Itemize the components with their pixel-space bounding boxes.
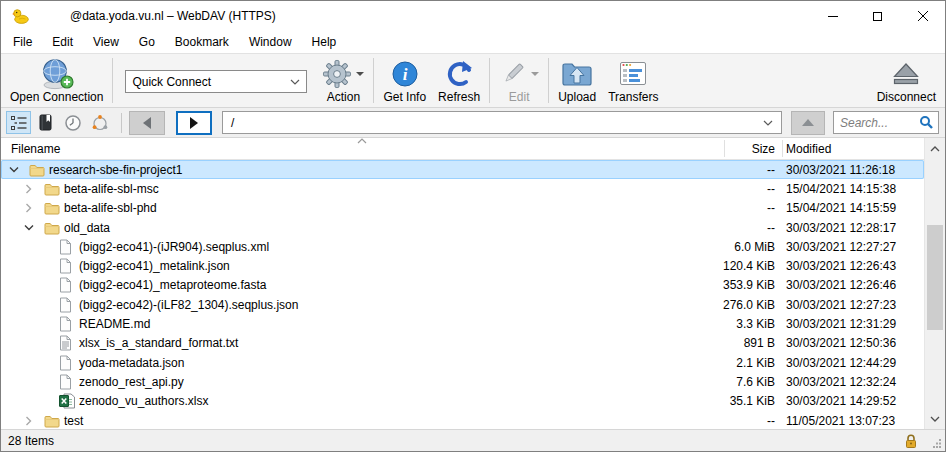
upload-button[interactable]: Upload [552,54,602,107]
modified-cell: 30/03/2021 14:29:52 [780,394,924,408]
size-cell: -- [722,221,780,235]
column-header-size[interactable]: Size [722,138,780,159]
column-header-row: Filename Size Modified [1,138,945,160]
file-row[interactable]: beta-alife-sbl-msc -- 15/04/2021 14:15:3… [1,179,924,198]
globe-plus-icon [40,58,74,90]
chevron-down-icon [763,120,773,126]
get-info-button[interactable]: i Get Info [377,54,432,107]
transfers-button[interactable]: Transfers [602,54,664,107]
filename-cell: (bigg2-eco42)-(iLF82_1304).seqplus.json [76,298,722,312]
get-info-label: Get Info [383,90,426,104]
search-icon[interactable] [919,115,934,130]
folder-icon [44,414,61,428]
header-separator[interactable] [724,140,725,157]
title-bar: @data.yoda.vu.nl – WebDAV (HTTPS) [1,1,945,31]
item-count: 28 Items [8,434,54,448]
filename-header-label: Filename [11,142,60,156]
file-row[interactable]: yoda-metadata.json 2.1 KiB 30/03/2021 12… [1,353,924,372]
go-up-button[interactable] [791,111,825,135]
chevron-right-icon[interactable] [22,184,44,194]
file-row[interactable]: research-sbe-fin-project1 -- 30/03/2021 … [1,160,924,179]
file-row[interactable]: (bigg2-eco41)-(iJR904).seqplus.xml 6.0 M… [1,237,924,256]
forward-button[interactable] [176,111,212,135]
file-row[interactable]: old_data -- 30/03/2021 12:28:17 [1,218,924,237]
file-icon [59,374,76,390]
size-cell: 6.0 MiB [722,240,780,254]
chevron-down-icon[interactable] [22,223,44,232]
minimize-button[interactable] [810,1,855,31]
filename-cell: beta-alife-sbl-msc [61,182,722,196]
file-row[interactable]: xlsx_is_a_standard_format.txt 891 B 30/0… [1,334,924,353]
size-cell: 353.9 KiB [722,278,780,292]
file-list: research-sbe-fin-project1 -- 30/03/2021 … [1,160,924,429]
cyberduck-window: @data.yoda.vu.nl – WebDAV (HTTPS) File E… [0,0,946,452]
lock-icon [905,433,917,449]
header-separator[interactable] [782,140,783,157]
modified-cell: 30/03/2021 12:27:23 [780,298,924,312]
disconnect-button[interactable]: Disconnect [871,54,942,107]
row-indent [1,324,37,325]
row-indent [1,227,22,228]
vertical-scrollbar[interactable] [924,138,945,429]
bonjour-button[interactable] [87,111,112,134]
modified-cell: 15/04/2021 14:15:59 [780,201,924,215]
filename-cell: (bigg2-eco41)_metalink.json [76,259,722,273]
history-button[interactable] [60,111,85,134]
row-indent [1,362,37,363]
filename-cell: test [61,414,722,428]
menu-go[interactable]: Go [129,32,165,52]
chevron-right-icon[interactable] [22,416,44,426]
file-row[interactable]: beta-alife-sbl-phd -- 15/04/2021 14:15:5… [1,199,924,218]
edit-label: Edit [509,90,530,104]
modified-cell: 30/03/2021 12:44:29 [780,356,924,370]
folder-icon [44,182,61,196]
resize-grip[interactable] [932,438,942,448]
menu-bar: File Edit View Go Bookmark Window Help [1,31,945,53]
up-arrow-icon [802,119,814,126]
modified-cell: 30/03/2021 12:32:24 [780,375,924,389]
menu-edit[interactable]: Edit [42,32,83,52]
pencil-icon [499,60,527,88]
refresh-button[interactable]: Refresh [432,54,486,107]
outline-view-button[interactable] [6,111,31,134]
toolbar-separator [489,58,490,103]
back-button[interactable] [129,111,165,135]
filename-cell: yoda-metadata.json [76,356,722,370]
menu-window[interactable]: Window [239,32,302,52]
column-header-modified[interactable]: Modified [780,138,924,159]
scrollbar-up-button[interactable] [925,140,945,157]
disconnect-label: Disconnect [877,90,936,104]
file-row[interactable]: test -- 11/05/2021 13:07:23 [1,411,924,429]
action-button[interactable]: Action [316,54,370,107]
menu-help[interactable]: Help [302,32,347,52]
path-combobox[interactable]: / [222,111,782,134]
file-row[interactable]: zenodo_vu_authors.xlsx 35.1 KiB 30/03/20… [1,392,924,411]
menu-view[interactable]: View [83,32,129,52]
open-connection-button[interactable]: Open Connection [4,54,109,107]
search-input[interactable] [834,116,914,130]
size-cell: -- [722,414,780,428]
file-row[interactable]: README.md 3.3 KiB 30/03/2021 12:31:29 [1,314,924,333]
menu-bookmark[interactable]: Bookmark [165,32,239,52]
menu-file[interactable]: File [3,32,42,52]
row-indent [1,266,37,267]
file-row[interactable]: (bigg2-eco42)-(iLF82_1304).seqplus.json … [1,295,924,314]
quick-connect-combobox[interactable]: Quick Connect [125,70,307,93]
folder-icon [44,201,61,215]
size-cell: 3.3 KiB [722,317,780,331]
maximize-button[interactable] [855,1,900,31]
navigation-bar: / [1,108,945,138]
scrollbar-thumb[interactable] [927,225,943,330]
edit-dropdown-arrow-icon [531,72,539,76]
row-indent [1,381,37,382]
chevron-right-icon[interactable] [22,203,44,213]
scrollbar-down-button[interactable] [925,410,945,427]
edit-button[interactable]: Edit [493,54,545,107]
toolbar-spacer [664,54,870,107]
file-row[interactable]: (bigg2-eco41)_metaproteome.fasta 353.9 K… [1,276,924,295]
file-row[interactable]: (bigg2-eco41)_metalink.json 120.4 KiB 30… [1,256,924,275]
bookmarks-button[interactable] [33,111,58,134]
file-row[interactable]: zenodo_rest_api.py 7.6 KiB 30/03/2021 12… [1,372,924,391]
close-button[interactable] [900,1,945,31]
chevron-down-icon[interactable] [7,165,29,174]
